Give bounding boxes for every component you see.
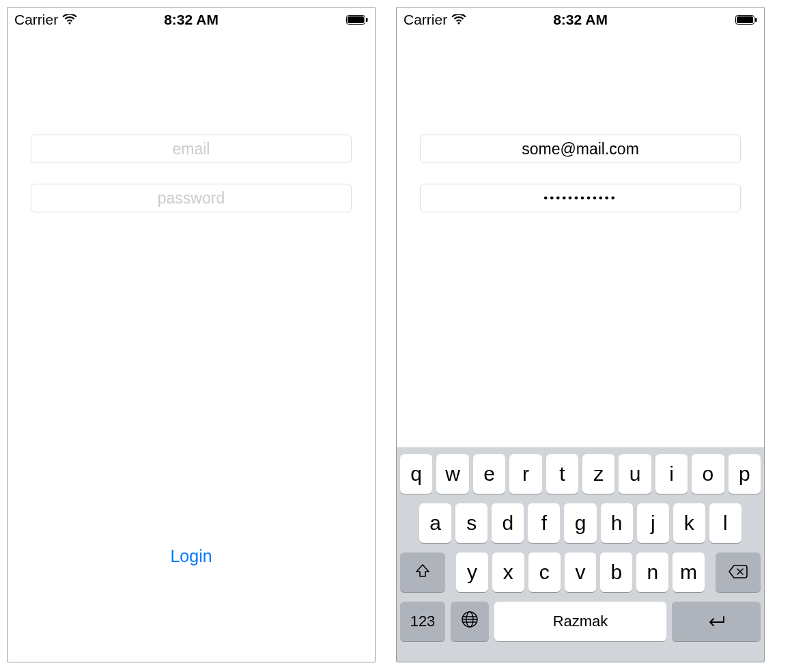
globe-icon <box>461 610 479 633</box>
keyboard-row-3: yxcvbnm <box>400 552 761 592</box>
svg-rect-5 <box>755 18 757 22</box>
status-bar: Carrier 8:32 AM <box>397 8 764 32</box>
key-j[interactable]: j <box>637 503 669 543</box>
key-t[interactable]: t <box>546 454 578 494</box>
password-field[interactable] <box>31 184 352 212</box>
key-e[interactable]: e <box>473 454 505 494</box>
key-l[interactable]: l <box>709 503 741 543</box>
battery-icon <box>346 15 368 25</box>
email-field[interactable] <box>420 135 741 163</box>
key-q[interactable]: q <box>400 454 432 494</box>
key-f[interactable]: f <box>528 503 560 543</box>
key-p[interactable]: p <box>729 454 761 494</box>
phone-screen-empty: Carrier 8:32 AM Login <box>7 7 376 662</box>
clock-label: 8:32 AM <box>553 12 608 28</box>
key-b[interactable]: b <box>600 552 632 592</box>
keyboard-row-2: asdfghjkl <box>400 503 761 543</box>
keyboard-row-4: 123 Razmak <box>400 602 761 641</box>
login-button[interactable]: Login <box>170 546 212 566</box>
status-bar: Carrier 8:32 AM <box>8 8 375 32</box>
key-y[interactable]: y <box>456 552 488 592</box>
carrier-label: Carrier <box>404 12 447 28</box>
key-d[interactable]: d <box>492 503 524 543</box>
carrier-label: Carrier <box>14 12 58 28</box>
clock-label: 8:32 AM <box>164 12 218 28</box>
email-field[interactable] <box>31 135 352 163</box>
svg-rect-2 <box>366 18 368 22</box>
key-s[interactable]: s <box>455 503 487 543</box>
return-key[interactable] <box>672 602 761 641</box>
key-a[interactable]: a <box>419 503 451 543</box>
keyboard-row-1: qwertzuiop <box>400 454 761 494</box>
key-m[interactable]: m <box>673 552 705 592</box>
key-v[interactable]: v <box>565 552 597 592</box>
key-h[interactable]: h <box>601 503 633 543</box>
numeric-key[interactable]: 123 <box>400 602 445 641</box>
key-w[interactable]: w <box>436 454 468 494</box>
backspace-icon <box>728 561 748 584</box>
key-r[interactable]: r <box>509 454 541 494</box>
key-u[interactable]: u <box>619 454 651 494</box>
password-field[interactable] <box>420 184 741 212</box>
phone-screen-filled: Carrier 8:32 AM qwertzuiop asdfghjkl yxc… <box>396 7 765 662</box>
svg-rect-4 <box>737 16 753 23</box>
wifi-icon <box>62 14 77 25</box>
svg-rect-1 <box>348 16 364 23</box>
key-g[interactable]: g <box>564 503 596 543</box>
return-icon <box>706 610 726 633</box>
key-z[interactable]: z <box>582 454 614 494</box>
key-n[interactable]: n <box>636 552 668 592</box>
key-i[interactable]: i <box>655 454 688 494</box>
backspace-key[interactable] <box>716 552 761 592</box>
onscreen-keyboard: qwertzuiop asdfghjkl yxcvbnm 123 R <box>397 447 764 662</box>
space-key[interactable]: Razmak <box>494 602 666 641</box>
battery-icon <box>735 15 757 25</box>
globe-key[interactable] <box>451 602 489 641</box>
key-o[interactable]: o <box>692 454 724 494</box>
key-x[interactable]: x <box>492 552 524 592</box>
shift-key[interactable] <box>400 552 445 592</box>
wifi-icon <box>451 14 466 25</box>
key-k[interactable]: k <box>673 503 705 543</box>
key-c[interactable]: c <box>528 552 561 592</box>
shift-icon <box>414 561 431 584</box>
